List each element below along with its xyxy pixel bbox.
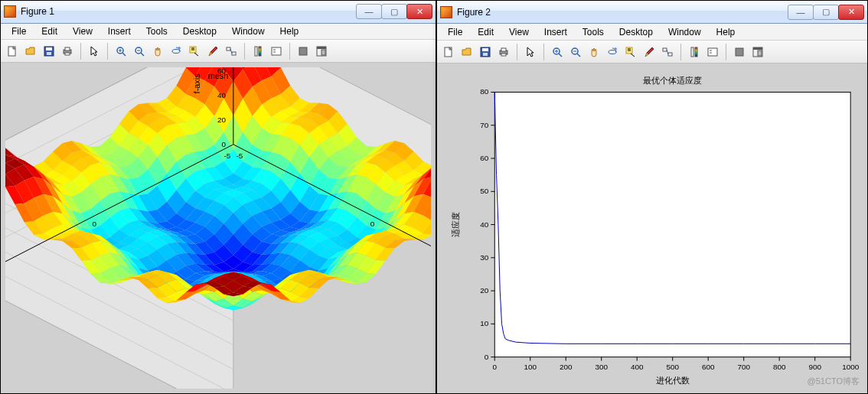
svg-text:50: 50 <box>480 187 488 195</box>
menu-tools[interactable]: Tools <box>139 24 175 38</box>
svg-rect-29 <box>317 47 326 49</box>
zoom-out-icon[interactable] <box>131 43 148 60</box>
svg-line-842 <box>559 54 562 57</box>
svg-line-21 <box>230 49 232 54</box>
svg-text:40: 40 <box>480 220 488 229</box>
svg-text:400: 400 <box>631 363 644 371</box>
pan-hand-icon[interactable] <box>586 44 602 60</box>
svg-rect-856 <box>691 47 693 57</box>
menu-file[interactable]: File <box>440 25 470 39</box>
save-disk-icon[interactable] <box>41 43 57 60</box>
window-title: Figure 1 <box>21 6 54 17</box>
new-file-icon[interactable] <box>4 43 21 60</box>
plot-canvas: -505-505020406080100meshx1-axisx2-axisf-… <box>1 63 436 393</box>
dock-icon[interactable] <box>313 43 330 60</box>
svg-rect-2 <box>46 47 52 50</box>
menu-edit[interactable]: Edit <box>34 24 65 38</box>
zoom-in-icon[interactable] <box>549 44 566 60</box>
close-button[interactable]: ✕ <box>406 4 432 19</box>
menu-help[interactable]: Help <box>709 25 743 39</box>
zoom-out-icon[interactable] <box>567 44 584 60</box>
minimize-button[interactable]: — <box>356 4 382 19</box>
menu-insert[interactable]: Insert <box>100 24 139 38</box>
pointer-icon[interactable] <box>86 43 103 60</box>
svg-text:30: 30 <box>480 253 488 262</box>
toolbar <box>437 41 867 63</box>
matlab-icon <box>4 5 16 18</box>
svg-text:适应度: 适应度 <box>451 212 460 237</box>
axes-2d[interactable]: 0100200300400500600700800900100001020304… <box>442 68 863 389</box>
pan-hand-icon[interactable] <box>149 43 166 60</box>
svg-text:300: 300 <box>595 363 608 371</box>
svg-rect-836 <box>482 48 488 51</box>
pointer-icon[interactable] <box>522 44 539 60</box>
matlab-icon <box>440 6 452 18</box>
hide-tools-icon[interactable] <box>731 44 748 60</box>
legend-icon[interactable] <box>268 43 285 60</box>
menu-desktop[interactable]: Desktop <box>612 25 661 39</box>
svg-text:mesh: mesh <box>208 71 229 80</box>
menu-view[interactable]: View <box>501 25 537 39</box>
colorbar-icon[interactable] <box>250 43 266 60</box>
svg-rect-19 <box>227 47 230 50</box>
hide-tools-icon[interactable] <box>295 43 312 60</box>
svg-rect-5 <box>65 47 70 50</box>
data-cursor-icon[interactable] <box>622 44 639 60</box>
svg-rect-23 <box>259 47 261 56</box>
watermark: @51CTO博客 <box>808 376 860 387</box>
svg-text:60: 60 <box>480 154 488 162</box>
svg-line-18 <box>194 53 198 56</box>
svg-text:0: 0 <box>221 140 226 148</box>
svg-rect-6 <box>65 53 70 55</box>
brush-icon[interactable] <box>641 44 658 60</box>
svg-line-852 <box>631 54 635 57</box>
menu-view[interactable]: View <box>65 24 100 38</box>
svg-text:20: 20 <box>480 286 488 295</box>
svg-text:700: 700 <box>737 363 750 371</box>
save-disk-icon[interactable] <box>477 44 494 60</box>
zoom-in-icon[interactable] <box>113 43 129 60</box>
menu-window[interactable]: Window <box>661 25 709 39</box>
maximize-button[interactable]: ▢ <box>813 5 839 20</box>
toolbar <box>1 40 436 63</box>
rotate-3d-icon[interactable] <box>604 44 621 60</box>
rotate-3d-icon[interactable] <box>168 43 184 60</box>
svg-rect-864 <box>758 50 762 56</box>
titlebar: Figure 2 — ▢ ✕ <box>437 1 867 24</box>
menu-desktop[interactable]: Desktop <box>175 24 224 38</box>
colorbar-icon[interactable] <box>686 44 703 60</box>
link-plot-icon[interactable] <box>659 44 676 60</box>
plot-canvas: 0100200300400500600700800900100001020304… <box>437 63 867 393</box>
svg-rect-854 <box>668 53 672 56</box>
svg-text:40: 40 <box>217 91 227 99</box>
print-icon[interactable] <box>495 44 512 60</box>
menu-edit[interactable]: Edit <box>470 25 501 39</box>
data-cursor-icon[interactable] <box>186 43 203 60</box>
minimize-button[interactable]: — <box>788 5 814 20</box>
menu-insert[interactable]: Insert <box>537 25 575 39</box>
svg-text:-5: -5 <box>236 151 243 160</box>
svg-text:10: 10 <box>480 319 488 327</box>
menu-window[interactable]: Window <box>224 24 272 38</box>
new-file-icon[interactable] <box>440 44 457 60</box>
svg-line-855 <box>667 50 668 54</box>
close-button[interactable]: ✕ <box>838 5 864 20</box>
brush-icon[interactable] <box>204 43 221 60</box>
svg-text:100: 100 <box>524 363 537 371</box>
svg-point-848 <box>609 50 616 54</box>
print-icon[interactable] <box>59 43 76 60</box>
maximize-button[interactable]: ▢ <box>381 4 407 19</box>
dock-icon[interactable] <box>749 44 766 60</box>
svg-line-846 <box>577 54 580 57</box>
open-folder-icon[interactable] <box>458 44 475 60</box>
svg-point-14 <box>172 49 180 53</box>
menubar: File Edit View Insert Tools Desktop Wind… <box>1 24 436 41</box>
open-folder-icon[interactable] <box>22 43 39 60</box>
legend-icon[interactable] <box>704 44 721 60</box>
menu-help[interactable]: Help <box>272 24 307 38</box>
axes-3d[interactable]: -505-505020406080100meshx1-axisx2-axisf-… <box>5 67 431 389</box>
menu-tools[interactable]: Tools <box>575 25 612 39</box>
menu-file[interactable]: File <box>4 24 34 38</box>
link-plot-icon[interactable] <box>223 43 240 60</box>
svg-text:1000: 1000 <box>842 363 859 371</box>
